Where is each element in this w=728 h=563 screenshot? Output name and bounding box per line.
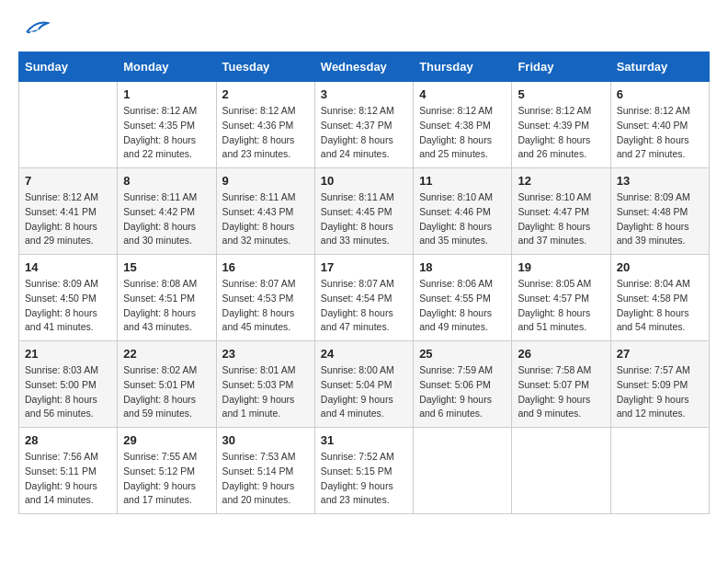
day-number: 25: [419, 347, 506, 361]
day-number: 18: [419, 260, 506, 274]
day-number: 11: [419, 174, 506, 188]
day-info: Sunrise: 8:12 AMSunset: 4:35 PMDaylight:…: [123, 104, 210, 162]
day-number: 30: [222, 433, 309, 447]
day-info: Sunrise: 8:12 AMSunset: 4:41 PMDaylight:…: [25, 190, 111, 248]
logo: [18, 18, 50, 37]
calendar-cell: 6Sunrise: 8:12 AMSunset: 4:40 PMDaylight…: [610, 82, 709, 168]
day-number: 1: [123, 87, 210, 101]
calendar-cell: [19, 82, 118, 168]
day-info: Sunrise: 8:07 AMSunset: 4:54 PMDaylight:…: [321, 277, 407, 335]
calendar-cell: [512, 428, 610, 514]
day-info: Sunrise: 8:00 AMSunset: 5:04 PMDaylight:…: [321, 363, 407, 421]
day-info: Sunrise: 7:57 AMSunset: 5:09 PMDaylight:…: [617, 363, 703, 421]
day-info: Sunrise: 8:12 AMSunset: 4:37 PMDaylight:…: [321, 104, 407, 162]
calendar-cell: 19Sunrise: 8:05 AMSunset: 4:57 PMDayligh…: [512, 255, 610, 341]
calendar-week-row: 21Sunrise: 8:03 AMSunset: 5:00 PMDayligh…: [19, 341, 710, 428]
calendar-cell: 2Sunrise: 8:12 AMSunset: 4:36 PMDaylight…: [216, 82, 314, 168]
calendar-cell: 21Sunrise: 8:03 AMSunset: 5:00 PMDayligh…: [19, 341, 118, 428]
day-number: 15: [123, 260, 210, 274]
day-number: 5: [518, 87, 604, 101]
day-info: Sunrise: 7:52 AMSunset: 5:15 PMDaylight:…: [321, 450, 407, 508]
day-number: 17: [321, 260, 407, 274]
calendar-cell: 23Sunrise: 8:01 AMSunset: 5:03 PMDayligh…: [216, 341, 314, 428]
calendar-cell: 8Sunrise: 8:11 AMSunset: 4:42 PMDaylight…: [118, 168, 216, 255]
day-info: Sunrise: 8:12 AMSunset: 4:36 PMDaylight:…: [222, 104, 309, 162]
calendar-cell: 13Sunrise: 8:09 AMSunset: 4:48 PMDayligh…: [610, 168, 709, 255]
calendar-cell: 18Sunrise: 8:06 AMSunset: 4:55 PMDayligh…: [414, 255, 512, 341]
day-info: Sunrise: 8:07 AMSunset: 4:53 PMDaylight:…: [222, 277, 309, 335]
day-number: 3: [321, 87, 407, 101]
day-number: 10: [321, 174, 407, 188]
calendar-cell: 22Sunrise: 8:02 AMSunset: 5:01 PMDayligh…: [118, 341, 216, 428]
day-info: Sunrise: 8:12 AMSunset: 4:39 PMDaylight:…: [518, 104, 604, 162]
calendar-week-row: 1Sunrise: 8:12 AMSunset: 4:35 PMDaylight…: [19, 82, 710, 168]
day-number: 28: [25, 433, 111, 447]
calendar-cell: 3Sunrise: 8:12 AMSunset: 4:37 PMDaylight…: [314, 82, 413, 168]
day-number: 27: [617, 347, 703, 361]
calendar-cell: [414, 428, 512, 514]
day-number: 4: [419, 87, 506, 101]
day-info: Sunrise: 8:04 AMSunset: 4:58 PMDaylight:…: [617, 277, 703, 335]
day-info: Sunrise: 8:11 AMSunset: 4:45 PMDaylight:…: [321, 190, 407, 248]
day-number: 19: [518, 260, 604, 274]
calendar-cell: 15Sunrise: 8:08 AMSunset: 4:51 PMDayligh…: [118, 255, 216, 341]
day-info: Sunrise: 8:03 AMSunset: 5:00 PMDaylight:…: [25, 363, 111, 421]
calendar-header-friday: Friday: [512, 52, 610, 82]
day-number: 13: [617, 174, 703, 188]
day-number: 26: [518, 347, 604, 361]
calendar-cell: 27Sunrise: 7:57 AMSunset: 5:09 PMDayligh…: [610, 341, 709, 428]
day-number: 7: [25, 174, 111, 188]
calendar-cell: 30Sunrise: 7:53 AMSunset: 5:14 PMDayligh…: [216, 428, 314, 514]
calendar-table: SundayMondayTuesdayWednesdayThursdayFrid…: [18, 52, 710, 514]
calendar-cell: 9Sunrise: 8:11 AMSunset: 4:43 PMDaylight…: [216, 168, 314, 255]
calendar-cell: 24Sunrise: 8:00 AMSunset: 5:04 PMDayligh…: [314, 341, 413, 428]
calendar-cell: 28Sunrise: 7:56 AMSunset: 5:11 PMDayligh…: [19, 428, 118, 514]
day-info: Sunrise: 8:06 AMSunset: 4:55 PMDaylight:…: [419, 277, 506, 335]
day-number: 9: [222, 174, 309, 188]
calendar-header-row: SundayMondayTuesdayWednesdayThursdayFrid…: [19, 52, 710, 82]
day-number: 21: [25, 347, 111, 361]
calendar-header-wednesday: Wednesday: [314, 52, 413, 82]
calendar-header-monday: Monday: [118, 52, 216, 82]
calendar-cell: 7Sunrise: 8:12 AMSunset: 4:41 PMDaylight…: [19, 168, 118, 255]
calendar-week-row: 14Sunrise: 8:09 AMSunset: 4:50 PMDayligh…: [19, 255, 710, 341]
day-info: Sunrise: 8:12 AMSunset: 4:40 PMDaylight:…: [617, 104, 703, 162]
day-number: 12: [518, 174, 604, 188]
calendar-week-row: 28Sunrise: 7:56 AMSunset: 5:11 PMDayligh…: [19, 428, 710, 514]
day-number: 2: [222, 87, 309, 101]
day-info: Sunrise: 8:09 AMSunset: 4:50 PMDaylight:…: [25, 277, 111, 335]
calendar-cell: 25Sunrise: 7:59 AMSunset: 5:06 PMDayligh…: [414, 341, 512, 428]
calendar-header-tuesday: Tuesday: [216, 52, 314, 82]
day-number: 16: [222, 260, 309, 274]
calendar-cell: 14Sunrise: 8:09 AMSunset: 4:50 PMDayligh…: [19, 255, 118, 341]
day-number: 23: [222, 347, 309, 361]
day-info: Sunrise: 8:05 AMSunset: 4:57 PMDaylight:…: [518, 277, 604, 335]
day-number: 31: [321, 433, 407, 447]
day-number: 8: [123, 174, 210, 188]
calendar-cell: 12Sunrise: 8:10 AMSunset: 4:47 PMDayligh…: [512, 168, 610, 255]
calendar-cell: 4Sunrise: 8:12 AMSunset: 4:38 PMDaylight…: [414, 82, 512, 168]
calendar-cell: 10Sunrise: 8:11 AMSunset: 4:45 PMDayligh…: [314, 168, 413, 255]
page-header: [18, 18, 710, 37]
day-info: Sunrise: 8:01 AMSunset: 5:03 PMDaylight:…: [222, 363, 309, 421]
day-info: Sunrise: 8:02 AMSunset: 5:01 PMDaylight:…: [123, 363, 210, 421]
calendar-header-saturday: Saturday: [610, 52, 709, 82]
calendar-cell: 20Sunrise: 8:04 AMSunset: 4:58 PMDayligh…: [610, 255, 709, 341]
calendar-cell: [610, 428, 709, 514]
calendar-cell: 29Sunrise: 7:55 AMSunset: 5:12 PMDayligh…: [118, 428, 216, 514]
calendar-header-thursday: Thursday: [414, 52, 512, 82]
day-number: 14: [25, 260, 111, 274]
day-info: Sunrise: 8:12 AMSunset: 4:38 PMDaylight:…: [419, 104, 506, 162]
calendar-cell: 17Sunrise: 8:07 AMSunset: 4:54 PMDayligh…: [314, 255, 413, 341]
day-info: Sunrise: 8:08 AMSunset: 4:51 PMDaylight:…: [123, 277, 210, 335]
day-info: Sunrise: 8:11 AMSunset: 4:42 PMDaylight:…: [123, 190, 210, 248]
day-info: Sunrise: 7:58 AMSunset: 5:07 PMDaylight:…: [518, 363, 604, 421]
day-info: Sunrise: 7:53 AMSunset: 5:14 PMDaylight:…: [222, 450, 309, 508]
calendar-cell: 16Sunrise: 8:07 AMSunset: 4:53 PMDayligh…: [216, 255, 314, 341]
day-info: Sunrise: 7:56 AMSunset: 5:11 PMDaylight:…: [25, 450, 111, 508]
day-number: 24: [321, 347, 407, 361]
calendar-cell: 11Sunrise: 8:10 AMSunset: 4:46 PMDayligh…: [414, 168, 512, 255]
day-info: Sunrise: 8:10 AMSunset: 4:46 PMDaylight:…: [419, 190, 506, 248]
calendar-cell: 5Sunrise: 8:12 AMSunset: 4:39 PMDaylight…: [512, 82, 610, 168]
day-info: Sunrise: 8:10 AMSunset: 4:47 PMDaylight:…: [518, 190, 604, 248]
